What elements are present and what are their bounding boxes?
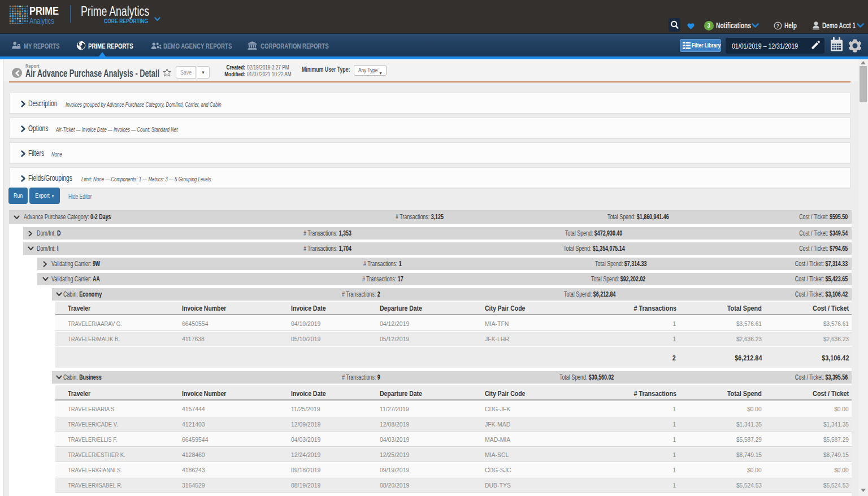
svg-text:?: ?: [776, 23, 780, 29]
